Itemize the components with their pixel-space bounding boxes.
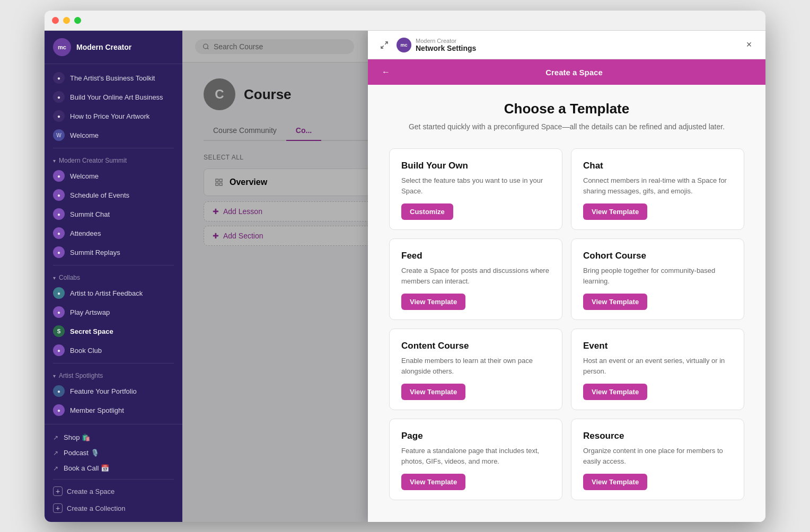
app-body: mc Modern Creator ● The Artist's Busines… xyxy=(45,31,765,522)
sidebar-item-toolkit[interactable]: ● The Artist's Business Toolkit xyxy=(45,68,182,87)
divider-4 xyxy=(53,479,174,480)
sidebar-item-schedule[interactable]: ● Schedule of Events xyxy=(45,185,182,205)
template-event-title: Event xyxy=(583,341,732,351)
collabs-section-header[interactable]: ▾ Collabs xyxy=(45,269,182,283)
sidebar-header: mc Modern Creator xyxy=(45,31,182,64)
minimize-window-btn[interactable] xyxy=(63,17,70,24)
modal-brand-text: Modern Creator Network Settings xyxy=(416,38,476,52)
modal-body: Choose a Template Get started quickly wi… xyxy=(368,85,765,522)
summit-welcome-icon: ● xyxy=(53,170,65,182)
template-card-feed: Feed Create a Space for posts and discus… xyxy=(389,238,562,320)
sidebar: mc Modern Creator ● The Artist's Busines… xyxy=(45,31,182,522)
template-card-cohort: Cohort Course Bring people together for … xyxy=(571,238,744,320)
welcome-course-icon: W xyxy=(53,129,65,141)
toolkit-icon: ● xyxy=(53,72,65,84)
template-card-resource: Resource Organize content in one place f… xyxy=(571,419,744,500)
choose-template-title: Choose a Template xyxy=(389,101,744,117)
sidebar-shop-link[interactable]: ↗ Shop 🛍️ xyxy=(45,430,182,445)
template-card-build-your-own: Build Your Own Select the feature tabs y… xyxy=(389,148,562,230)
template-card-event: Event Host an event or an event series, … xyxy=(571,329,744,410)
sidebar-brand-label: Modern Creator xyxy=(76,43,131,51)
template-content-course-title: Content Course xyxy=(401,341,550,351)
pricing-icon: ● xyxy=(53,110,65,122)
sidebar-item-book-club[interactable]: ● Book Club xyxy=(45,341,182,360)
template-chat-title: Chat xyxy=(583,161,732,171)
choose-template-subtitle: Get started quickly with a preconfigured… xyxy=(389,121,744,132)
template-build-your-own-desc: Select the feature tabs you want to use … xyxy=(401,175,550,196)
sidebar-item-artist-feedback[interactable]: ● Artist to Artist Feedback xyxy=(45,283,182,303)
modal-close-btn[interactable]: × xyxy=(741,37,757,53)
sidebar-item-member-spotlight[interactable]: ● Member Spotlight xyxy=(45,401,182,420)
sidebar-item-artswap[interactable]: ● Play Artswap xyxy=(45,303,182,322)
modal-logo: mc xyxy=(397,38,411,52)
divider-2 xyxy=(53,265,174,265)
view-template-cohort-btn[interactable]: View Template xyxy=(583,294,647,310)
template-content-course-desc: Enable members to learn at their own pac… xyxy=(401,356,550,376)
book-club-icon: ● xyxy=(53,344,65,356)
template-page-title: Page xyxy=(401,431,550,441)
template-build-your-own-title: Build Your Own xyxy=(401,161,550,171)
attendees-icon: ● xyxy=(53,227,65,239)
artswap-icon: ● xyxy=(53,306,65,318)
modal-header-bar: ← Create a Space xyxy=(368,59,765,85)
sidebar-item-summit-replays[interactable]: ● Summit Replays xyxy=(45,243,182,262)
template-page-desc: Feature a standalone page that includes … xyxy=(401,446,550,466)
divider-1 xyxy=(53,148,174,148)
customize-btn[interactable]: Customize xyxy=(401,203,453,220)
modal-topbar: mc Modern Creator Network Settings × xyxy=(368,31,765,59)
view-template-event-btn[interactable]: View Template xyxy=(583,384,647,400)
template-event-desc: Host an event or an event series, virtua… xyxy=(583,356,732,376)
secret-space-icon: S xyxy=(53,325,65,337)
modal-brand-sub: Modern Creator xyxy=(416,38,476,44)
template-cohort-desc: Bring people together for community-base… xyxy=(583,265,732,286)
view-template-feed-btn[interactable]: View Template xyxy=(401,294,465,310)
network-settings-modal: mc Modern Creator Network Settings × ← C… xyxy=(368,31,765,522)
view-template-page-btn[interactable]: View Template xyxy=(401,474,465,490)
template-feed-title: Feed xyxy=(401,251,550,261)
portfolio-icon: ● xyxy=(53,385,65,397)
sidebar-footer: ↗ Shop 🛍️ ↗ Podcast 🎙️ ↗ Book a Call 📅 +… xyxy=(45,424,182,522)
summit-chevron: ▾ xyxy=(53,158,56,164)
create-collection-link[interactable]: + Create a Collection xyxy=(45,500,182,517)
modal-brand: mc Modern Creator Network Settings xyxy=(397,38,476,52)
mac-window: mc Modern Creator ● The Artist's Busines… xyxy=(45,11,765,522)
sidebar-item-summit-chat[interactable]: ● Summit Chat xyxy=(45,205,182,224)
external-link-icon-3: ↗ xyxy=(53,465,58,472)
template-cohort-title: Cohort Course xyxy=(583,251,732,261)
collabs-chevron: ▾ xyxy=(53,275,56,281)
sidebar-item-welcome-course[interactable]: W Welcome xyxy=(45,126,182,145)
sidebar-item-attendees[interactable]: ● Attendees xyxy=(45,224,182,243)
spotlights-section-header[interactable]: ▾ Artist Spotlights xyxy=(45,367,182,382)
sidebar-item-secret-space[interactable]: S Secret Space xyxy=(45,322,182,341)
template-resource-desc: Organize content in one place for member… xyxy=(583,446,732,466)
sidebar-item-summit-welcome[interactable]: ● Welcome xyxy=(45,166,182,185)
modal-expand-btn[interactable] xyxy=(376,37,392,53)
sidebar-item-pricing[interactable]: ● How to Price Your Artwork xyxy=(45,107,182,126)
sidebar-logo: mc xyxy=(53,38,71,56)
view-template-content-course-btn[interactable]: View Template xyxy=(401,384,465,400)
member-spotlight-icon: ● xyxy=(53,404,65,416)
template-card-content-course: Content Course Enable members to learn a… xyxy=(389,329,562,410)
template-grid: Build Your Own Select the feature tabs y… xyxy=(389,148,744,500)
modal-brand-title: Network Settings xyxy=(416,44,476,52)
online-biz-icon: ● xyxy=(53,91,65,103)
template-feed-desc: Create a Space for posts and discussions… xyxy=(401,265,550,286)
sidebar-podcast-link[interactable]: ↗ Podcast 🎙️ xyxy=(45,445,182,460)
view-template-chat-btn[interactable]: View Template xyxy=(583,203,647,220)
close-window-btn[interactable] xyxy=(52,17,59,24)
create-space-link[interactable]: + Create a Space xyxy=(45,483,182,500)
modal-back-btn[interactable]: ← xyxy=(378,65,393,79)
modal-header-title: Create a Space xyxy=(393,68,755,77)
view-template-resource-btn[interactable]: View Template xyxy=(583,474,647,490)
titlebar xyxy=(45,11,765,31)
plus-icon-collection: + xyxy=(53,503,63,513)
summit-section-header[interactable]: ▾ Modern Creator Summit xyxy=(45,152,182,166)
maximize-window-btn[interactable] xyxy=(74,17,81,24)
template-chat-desc: Connect members in real-time with a Spac… xyxy=(583,175,732,196)
sidebar-book-call-link[interactable]: ↗ Book a Call 📅 xyxy=(45,460,182,476)
sidebar-content: ● The Artist's Business Toolkit ● Build … xyxy=(45,64,182,424)
sidebar-item-online-biz[interactable]: ● Build Your Online Art Business xyxy=(45,87,182,107)
sidebar-item-portfolio[interactable]: ● Feature Your Portfolio xyxy=(45,382,182,401)
summit-chat-icon: ● xyxy=(53,208,65,220)
svg-line-7 xyxy=(381,46,384,48)
